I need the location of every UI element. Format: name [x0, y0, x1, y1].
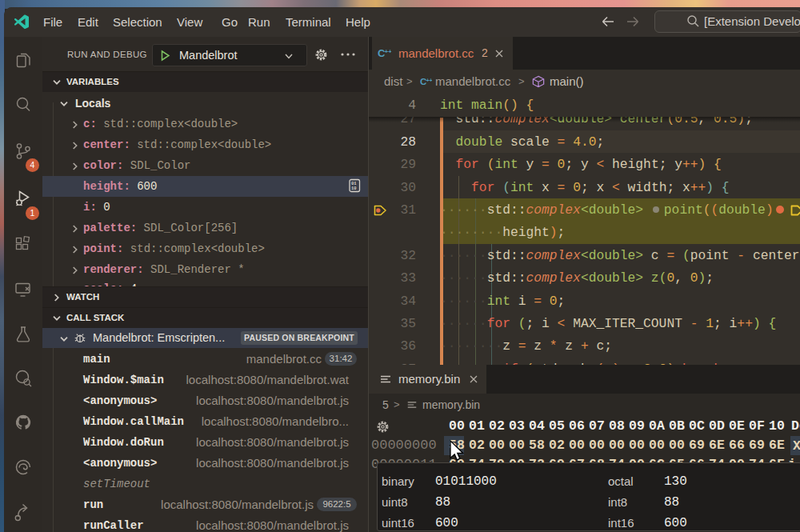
- svg-text:10: 10: [351, 186, 357, 191]
- svg-text:++: ++: [385, 48, 392, 55]
- svg-text:++: ++: [426, 78, 433, 83]
